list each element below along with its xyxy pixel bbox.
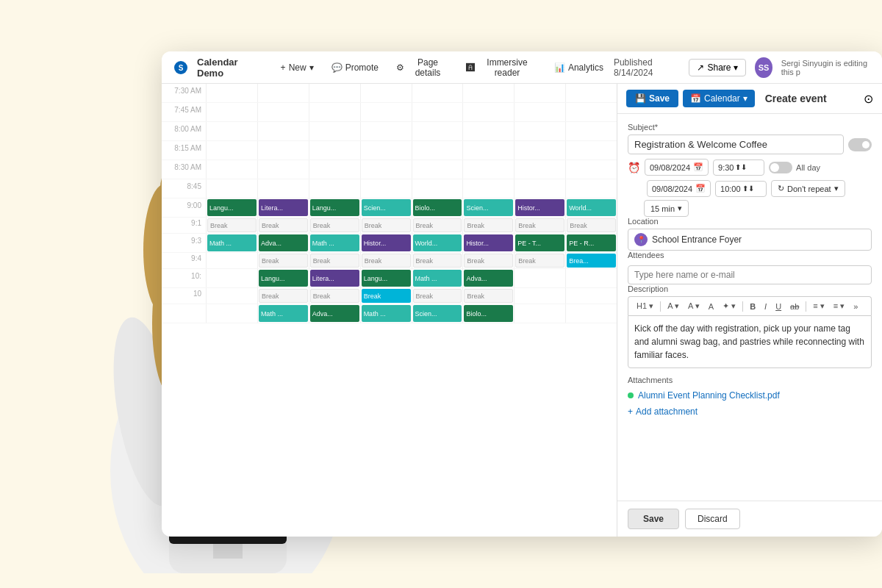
cal-cell[interactable]: Biolo... bbox=[462, 304, 514, 323]
cal-cell[interactable]: Break bbox=[514, 218, 565, 233]
cal-cell[interactable]: Histor... bbox=[514, 198, 565, 217]
event-block[interactable]: Math ... bbox=[362, 305, 411, 322]
event-block[interactable]: Histor... bbox=[515, 199, 564, 216]
allday-toggle[interactable]: All day bbox=[769, 162, 820, 173]
cal-cell[interactable] bbox=[462, 103, 514, 121]
cal-cell[interactable] bbox=[309, 122, 360, 140]
cal-cell[interactable]: Adva... bbox=[309, 304, 360, 323]
start-date-input[interactable]: 09/08/2024 📅 bbox=[645, 159, 709, 176]
font-size-button[interactable]: A ▾ bbox=[684, 300, 703, 312]
cal-cell[interactable] bbox=[412, 160, 463, 179]
break-block[interactable]: Break bbox=[362, 218, 411, 232]
page-details-button[interactable]: ⚙ Page details bbox=[389, 54, 456, 81]
break-block[interactable]: Break bbox=[567, 218, 616, 232]
cal-cell[interactable]: World... bbox=[565, 198, 617, 217]
event-block[interactable]: Litera... bbox=[310, 270, 359, 287]
cal-cell[interactable]: World... bbox=[412, 234, 463, 252]
subject-input[interactable] bbox=[628, 135, 844, 154]
cal-cell[interactable]: Break bbox=[514, 253, 565, 268]
event-block[interactable]: Scien... bbox=[362, 199, 411, 216]
cal-cell[interactable] bbox=[514, 122, 565, 140]
save-button[interactable]: 💾 Save bbox=[626, 90, 678, 107]
cal-cell[interactable] bbox=[462, 179, 514, 198]
event-block[interactable]: World... bbox=[567, 199, 616, 216]
cal-cell[interactable]: Litera... bbox=[309, 269, 360, 287]
cal-cell[interactable] bbox=[462, 84, 514, 102]
cal-cell[interactable]: Adva... bbox=[462, 269, 514, 287]
cal-cell[interactable] bbox=[412, 84, 463, 102]
cal-cell[interactable]: Langu... bbox=[206, 198, 257, 217]
event-block[interactable]: Langu... bbox=[310, 199, 359, 216]
bold-button[interactable]: B bbox=[746, 301, 759, 312]
cal-cell[interactable]: Math ... bbox=[412, 269, 463, 287]
cal-cell[interactable] bbox=[514, 269, 565, 287]
event-block[interactable]: Math ... bbox=[207, 234, 257, 251]
cal-cell[interactable] bbox=[206, 141, 257, 159]
cal-cell[interactable]: Adva... bbox=[257, 234, 309, 252]
cal-cell[interactable]: Math ... bbox=[257, 304, 309, 323]
cal-cell[interactable] bbox=[360, 160, 412, 179]
end-date-input[interactable]: 09/08/2024 📅 bbox=[647, 180, 711, 197]
cal-cell[interactable] bbox=[360, 122, 412, 140]
event-block[interactable]: Math ... bbox=[259, 305, 308, 322]
allday-switch[interactable] bbox=[769, 162, 792, 173]
cal-cell[interactable]: Break bbox=[462, 218, 514, 233]
event-block[interactable]: Langu... bbox=[362, 270, 411, 287]
immersive-reader-button[interactable]: 🅰 Immersive reader bbox=[459, 54, 544, 81]
event-block[interactable]: Adva... bbox=[259, 234, 308, 251]
event-block[interactable]: Biolo... bbox=[464, 305, 513, 322]
cal-cell[interactable] bbox=[565, 160, 617, 179]
add-attachment-button[interactable]: + Add attachment bbox=[628, 404, 872, 420]
break-block[interactable]: Break bbox=[464, 218, 513, 232]
cal-cell[interactable] bbox=[412, 122, 463, 140]
cal-cell[interactable] bbox=[206, 103, 257, 121]
cal-cell[interactable]: Break bbox=[360, 218, 412, 233]
cal-cell[interactable] bbox=[514, 288, 565, 304]
cal-cell[interactable] bbox=[206, 122, 257, 140]
cal-cell[interactable]: Break bbox=[257, 253, 309, 268]
duration-dropdown[interactable]: 15 min ▾ bbox=[644, 200, 689, 217]
event-block[interactable]: Histor... bbox=[464, 234, 513, 251]
event-block[interactable]: Scien... bbox=[464, 199, 513, 216]
cal-cell[interactable]: Scien... bbox=[360, 198, 412, 217]
event-block[interactable]: Scien... bbox=[413, 305, 462, 322]
cal-cell[interactable] bbox=[257, 122, 309, 140]
more-button[interactable]: » bbox=[850, 301, 861, 312]
cal-cell[interactable] bbox=[257, 84, 309, 102]
cal-cell[interactable] bbox=[309, 160, 360, 179]
cal-cell[interactable] bbox=[412, 103, 463, 121]
cal-cell[interactable]: Histor... bbox=[360, 234, 412, 252]
cal-cell[interactable]: Biolo... bbox=[412, 198, 463, 217]
event-block[interactable]: Biolo... bbox=[413, 199, 462, 216]
cal-cell[interactable] bbox=[565, 122, 617, 140]
cal-cell[interactable]: Scien... bbox=[462, 198, 514, 217]
cal-cell[interactable] bbox=[514, 141, 565, 159]
cal-cell[interactable] bbox=[565, 141, 617, 159]
break-block[interactable]: Break bbox=[362, 254, 411, 268]
cal-cell[interactable]: Break bbox=[309, 218, 360, 233]
event-block[interactable]: Math ... bbox=[310, 234, 359, 251]
save-footer-button[interactable]: Save bbox=[628, 509, 679, 529]
cal-cell[interactable] bbox=[360, 141, 412, 159]
event-block[interactable]: World... bbox=[413, 234, 462, 251]
break-block[interactable]: Break bbox=[413, 254, 462, 268]
cal-cell[interactable]: Break bbox=[309, 253, 360, 268]
cal-cell[interactable] bbox=[462, 141, 514, 159]
cal-cell[interactable]: Break bbox=[309, 288, 360, 304]
promote-button[interactable]: 💬 Promote bbox=[324, 60, 386, 76]
cal-cell[interactable] bbox=[206, 160, 257, 179]
cal-cell[interactable]: Break bbox=[412, 288, 463, 304]
cal-cell[interactable]: Scien... bbox=[412, 304, 463, 323]
cal-cell[interactable] bbox=[257, 179, 309, 198]
break-block[interactable]: Break bbox=[310, 289, 359, 303]
cal-cell[interactable] bbox=[462, 160, 514, 179]
cal-cell[interactable] bbox=[206, 288, 257, 304]
break-block[interactable]: Break bbox=[464, 254, 513, 268]
cal-cell[interactable] bbox=[565, 288, 617, 304]
cal-cell[interactable] bbox=[206, 253, 257, 268]
cal-cell[interactable]: Break bbox=[257, 218, 309, 233]
cal-cell[interactable] bbox=[309, 179, 360, 198]
strikethrough-button[interactable]: ab bbox=[786, 301, 803, 312]
cal-cell[interactable] bbox=[206, 179, 257, 198]
attendees-input[interactable] bbox=[628, 265, 872, 284]
